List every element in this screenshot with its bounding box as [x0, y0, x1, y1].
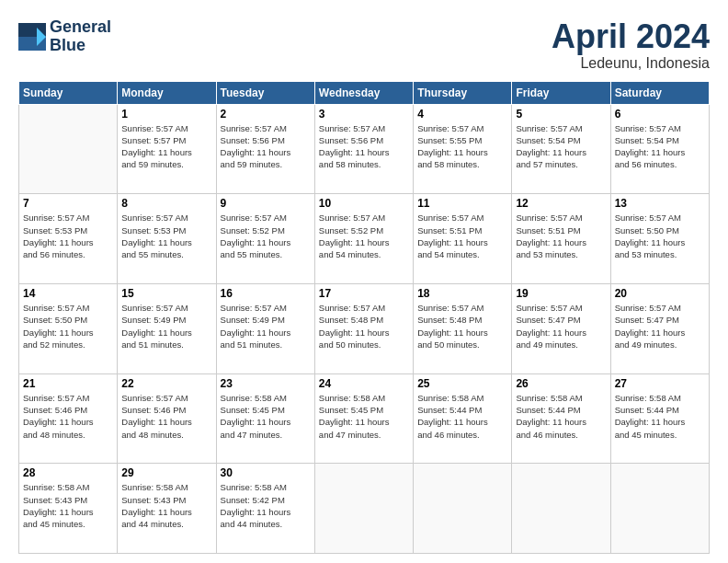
day-detail: Sunrise: 5:57 AM Sunset: 5:47 PM Dayligh… — [615, 302, 705, 350]
calendar-cell — [414, 464, 512, 554]
day-number: 26 — [516, 377, 606, 390]
calendar-table: SundayMondayTuesdayWednesdayThursdayFrid… — [18, 81, 710, 554]
location: Ledeunu, Indonesia — [552, 55, 710, 72]
calendar-cell — [610, 464, 709, 554]
day-number: 4 — [417, 108, 507, 121]
calendar-cell: 16Sunrise: 5:57 AM Sunset: 5:49 PM Dayli… — [216, 283, 314, 373]
weekday-header-row: SundayMondayTuesdayWednesdayThursdayFrid… — [19, 81, 710, 104]
day-number: 8 — [121, 197, 211, 210]
day-number: 2 — [221, 108, 311, 121]
calendar-cell: 22Sunrise: 5:57 AM Sunset: 5:46 PM Dayli… — [118, 373, 216, 464]
calendar-cell: 20Sunrise: 5:57 AM Sunset: 5:47 PM Dayli… — [610, 283, 709, 373]
day-number: 7 — [23, 197, 113, 210]
day-number: 12 — [516, 197, 606, 210]
calendar-cell: 18Sunrise: 5:57 AM Sunset: 5:48 PM Dayli… — [414, 283, 512, 373]
day-detail: Sunrise: 5:58 AM Sunset: 5:43 PM Dayligh… — [121, 481, 211, 530]
weekday-friday: Friday — [512, 81, 610, 104]
day-detail: Sunrise: 5:57 AM Sunset: 5:50 PM Dayligh… — [23, 302, 113, 350]
logo-text: General Blue — [50, 18, 111, 55]
day-detail: Sunrise: 5:57 AM Sunset: 5:57 PM Dayligh… — [121, 122, 211, 171]
day-number: 21 — [23, 377, 113, 390]
day-detail: Sunrise: 5:58 AM Sunset: 5:44 PM Dayligh… — [417, 392, 507, 441]
day-number: 19 — [516, 287, 606, 300]
calendar-cell: 9Sunrise: 5:57 AM Sunset: 5:52 PM Daylig… — [216, 194, 314, 284]
week-row-1: 1Sunrise: 5:57 AM Sunset: 5:57 PM Daylig… — [19, 104, 710, 194]
day-number: 16 — [221, 287, 311, 300]
calendar-cell: 26Sunrise: 5:58 AM Sunset: 5:44 PM Dayli… — [512, 373, 610, 464]
day-number: 22 — [121, 377, 211, 390]
day-number: 15 — [121, 287, 211, 300]
calendar-cell: 4Sunrise: 5:57 AM Sunset: 5:55 PM Daylig… — [414, 104, 512, 194]
day-detail: Sunrise: 5:58 AM Sunset: 5:45 PM Dayligh… — [221, 392, 311, 441]
day-number: 29 — [121, 466, 211, 479]
weekday-monday: Monday — [118, 81, 216, 104]
calendar-cell: 21Sunrise: 5:57 AM Sunset: 5:46 PM Dayli… — [19, 373, 118, 464]
calendar-cell: 8Sunrise: 5:57 AM Sunset: 5:53 PM Daylig… — [118, 194, 216, 284]
day-detail: Sunrise: 5:58 AM Sunset: 5:44 PM Dayligh… — [516, 392, 606, 441]
day-detail: Sunrise: 5:57 AM Sunset: 5:55 PM Dayligh… — [417, 122, 507, 171]
calendar-cell — [512, 464, 610, 554]
day-detail: Sunrise: 5:57 AM Sunset: 5:49 PM Dayligh… — [221, 302, 311, 350]
logo-line2: Blue — [50, 37, 111, 55]
day-detail: Sunrise: 5:57 AM Sunset: 5:56 PM Dayligh… — [221, 122, 311, 171]
calendar-cell: 3Sunrise: 5:57 AM Sunset: 5:56 PM Daylig… — [314, 104, 413, 194]
calendar-cell: 30Sunrise: 5:58 AM Sunset: 5:42 PM Dayli… — [216, 464, 314, 554]
day-detail: Sunrise: 5:57 AM Sunset: 5:46 PM Dayligh… — [121, 392, 211, 441]
month-title: April 2024 — [552, 18, 710, 55]
day-detail: Sunrise: 5:57 AM Sunset: 5:53 PM Dayligh… — [121, 212, 211, 260]
day-detail: Sunrise: 5:57 AM Sunset: 5:56 PM Dayligh… — [319, 122, 409, 171]
day-number: 20 — [615, 287, 705, 300]
day-number: 23 — [221, 377, 311, 390]
calendar-cell: 11Sunrise: 5:57 AM Sunset: 5:51 PM Dayli… — [414, 194, 512, 284]
calendar-cell: 23Sunrise: 5:58 AM Sunset: 5:45 PM Dayli… — [216, 373, 314, 464]
day-number: 13 — [615, 197, 705, 210]
calendar-cell — [314, 464, 413, 554]
day-number: 18 — [417, 287, 507, 300]
day-number: 5 — [516, 108, 606, 121]
day-number: 3 — [319, 108, 409, 121]
day-detail: Sunrise: 5:58 AM Sunset: 5:43 PM Dayligh… — [23, 481, 113, 530]
day-detail: Sunrise: 5:57 AM Sunset: 5:52 PM Dayligh… — [221, 212, 311, 260]
title-block: April 2024 Ledeunu, Indonesia — [552, 18, 710, 72]
day-detail: Sunrise: 5:58 AM Sunset: 5:45 PM Dayligh… — [319, 392, 409, 441]
header: General Blue April 2024 Ledeunu, Indones… — [18, 18, 710, 72]
day-detail: Sunrise: 5:57 AM Sunset: 5:47 PM Dayligh… — [516, 302, 606, 350]
page: General Blue April 2024 Ledeunu, Indones… — [0, 0, 728, 563]
week-row-3: 14Sunrise: 5:57 AM Sunset: 5:50 PM Dayli… — [19, 283, 710, 373]
weekday-thursday: Thursday — [414, 81, 512, 104]
calendar-cell: 24Sunrise: 5:58 AM Sunset: 5:45 PM Dayli… — [314, 373, 413, 464]
calendar-cell: 15Sunrise: 5:57 AM Sunset: 5:49 PM Dayli… — [118, 283, 216, 373]
weekday-wednesday: Wednesday — [314, 81, 413, 104]
day-number: 28 — [23, 466, 113, 479]
day-detail: Sunrise: 5:57 AM Sunset: 5:48 PM Dayligh… — [319, 302, 409, 350]
week-row-2: 7Sunrise: 5:57 AM Sunset: 5:53 PM Daylig… — [19, 194, 710, 284]
calendar-cell: 19Sunrise: 5:57 AM Sunset: 5:47 PM Dayli… — [512, 283, 610, 373]
calendar-cell: 10Sunrise: 5:57 AM Sunset: 5:52 PM Dayli… — [314, 194, 413, 284]
day-detail: Sunrise: 5:57 AM Sunset: 5:49 PM Dayligh… — [121, 302, 211, 350]
day-detail: Sunrise: 5:57 AM Sunset: 5:46 PM Dayligh… — [23, 392, 113, 441]
day-detail: Sunrise: 5:57 AM Sunset: 5:51 PM Dayligh… — [516, 212, 606, 260]
day-detail: Sunrise: 5:57 AM Sunset: 5:51 PM Dayligh… — [417, 212, 507, 260]
day-detail: Sunrise: 5:57 AM Sunset: 5:53 PM Dayligh… — [23, 212, 113, 260]
calendar-cell: 12Sunrise: 5:57 AM Sunset: 5:51 PM Dayli… — [512, 194, 610, 284]
day-number: 10 — [319, 197, 409, 210]
weekday-saturday: Saturday — [610, 81, 709, 104]
calendar-cell: 27Sunrise: 5:58 AM Sunset: 5:44 PM Dayli… — [610, 373, 709, 464]
day-number: 14 — [23, 287, 113, 300]
day-detail: Sunrise: 5:57 AM Sunset: 5:54 PM Dayligh… — [516, 122, 606, 171]
week-row-5: 28Sunrise: 5:58 AM Sunset: 5:43 PM Dayli… — [19, 464, 710, 554]
calendar-cell — [19, 104, 118, 194]
day-detail: Sunrise: 5:58 AM Sunset: 5:44 PM Dayligh… — [615, 392, 705, 441]
day-number: 9 — [221, 197, 311, 210]
day-number: 24 — [319, 377, 409, 390]
calendar-cell: 6Sunrise: 5:57 AM Sunset: 5:54 PM Daylig… — [610, 104, 709, 194]
day-number: 30 — [221, 466, 311, 479]
calendar-cell: 1Sunrise: 5:57 AM Sunset: 5:57 PM Daylig… — [118, 104, 216, 194]
calendar-cell: 29Sunrise: 5:58 AM Sunset: 5:43 PM Dayli… — [118, 464, 216, 554]
calendar-cell: 25Sunrise: 5:58 AM Sunset: 5:44 PM Dayli… — [414, 373, 512, 464]
day-detail: Sunrise: 5:57 AM Sunset: 5:48 PM Dayligh… — [417, 302, 507, 350]
logo-icon — [18, 23, 46, 51]
day-detail: Sunrise: 5:57 AM Sunset: 5:50 PM Dayligh… — [615, 212, 705, 260]
week-row-4: 21Sunrise: 5:57 AM Sunset: 5:46 PM Dayli… — [19, 373, 710, 464]
calendar-cell: 5Sunrise: 5:57 AM Sunset: 5:54 PM Daylig… — [512, 104, 610, 194]
